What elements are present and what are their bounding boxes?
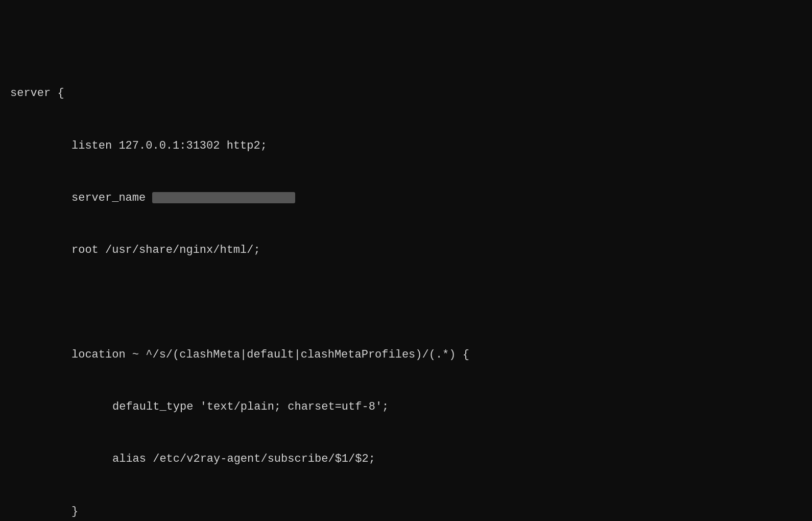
line-close-regex-1: }: [10, 503, 802, 520]
line-alias-1: alias /etc/v2ray-agent/subscribe/$1/$2;: [10, 451, 802, 468]
line-listen-1: listen 127.0.0.1:31302 http2;: [10, 137, 802, 155]
line-server-name-1: server_name: [10, 190, 802, 207]
code-block: server { listen 127.0.0.1:31302 http2; s…: [0, 0, 812, 521]
line-root-1: root /usr/share/nginx/html/;: [10, 242, 802, 259]
redacted-1: [152, 192, 295, 203]
line-server-open: server {: [10, 85, 802, 102]
line-location-regex-1: location ~ ^/s/(clashMeta|default|clashM…: [10, 346, 802, 364]
line-blank-1: [10, 294, 802, 312]
line-default-type-1: default_type 'text/plain; charset=utf-8'…: [10, 398, 802, 416]
